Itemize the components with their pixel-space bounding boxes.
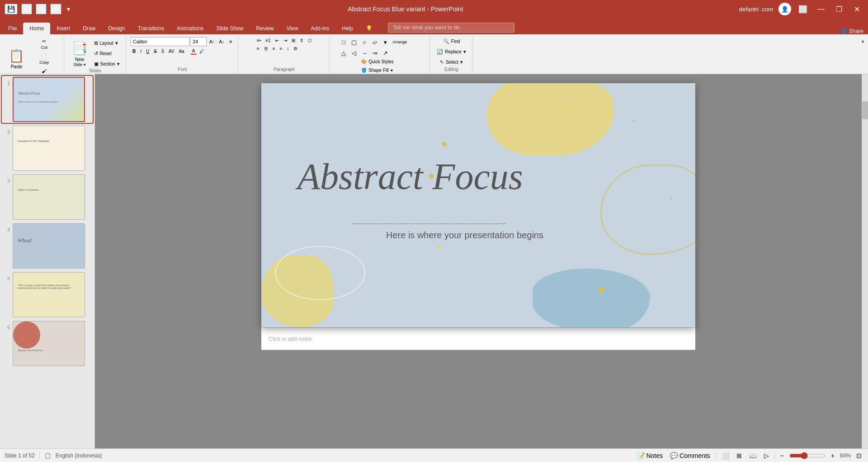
layout-button[interactable]: ⊞ Layout ▾ [92,39,122,47]
columns-button[interactable]: ⊞ [290,37,297,44]
language-label[interactable]: English (Indonesia) [56,453,102,459]
select-button[interactable]: ↖ Select ▾ [438,58,465,66]
reset-button[interactable]: ↺ Reset [92,49,122,58]
slide-item-2[interactable]: 2 Contents of This Template [2,125,93,172]
select-dropdown[interactable]: ▾ [460,59,463,65]
shape-fill-button[interactable]: 🪣 Shape Fill ▾ [359,66,403,74]
shape-arrow-button[interactable]: → [359,48,369,58]
line-spacing-button[interactable]: ↕ [285,45,291,52]
shape-rounded-rect-button[interactable]: ▢ [349,37,359,47]
zoom-in-button[interactable]: + [829,451,836,460]
find-button[interactable]: 🔍 Find [441,37,462,46]
shape-triangle-button[interactable]: △ [339,48,349,58]
slide-item-5[interactable]: 5 "This is a quote, words full of wisdom… [2,271,93,318]
reading-view-button[interactable]: 📖 [747,451,759,460]
slide-item-3[interactable]: 3 Table of Contents [2,174,93,221]
tab-home[interactable]: Home [23,23,50,34]
font-color-button[interactable]: A [190,47,197,55]
text-direction-button[interactable]: ⇕ [298,37,305,44]
slide-thumbnail-2[interactable]: Contents of This Template [13,126,85,171]
slide-thumbnail-1[interactable]: Abstract Focus Here is where your presen… [13,77,85,122]
maximize-button[interactable]: ❐ [833,3,845,15]
accessibility-icon[interactable]: 📋 [44,453,51,459]
font-name-input[interactable] [131,37,189,46]
redo-button[interactable]: ↪ [36,4,47,14]
cut-button[interactable]: ✂ Cut [28,37,60,51]
bold-button[interactable]: B [131,48,137,55]
normal-view-button[interactable]: ⬜ [720,451,731,460]
restore-down-button[interactable]: ⬜ [797,3,809,15]
scrollbar-thumb[interactable] [862,101,868,119]
tab-help[interactable]: Help [335,23,359,34]
shape-arrow2-button[interactable]: ⇒ [370,48,380,58]
increase-font-button[interactable]: A↑ [208,38,217,45]
font-size-input[interactable] [190,37,207,46]
shape-circle-button[interactable]: ○ [359,37,369,47]
bullets-button[interactable]: ≡• [255,37,263,44]
tab-animations[interactable]: Animations [170,23,210,34]
tab-addins[interactable]: Add-ins [305,23,336,34]
shape-rect-button[interactable]: □ [339,37,349,47]
slide-main-title[interactable]: Abstract Focus [297,156,523,198]
slide-thumbnail-3[interactable]: Table of Contents [13,174,85,220]
numbered-button[interactable]: ≡1 [264,37,272,44]
share-area[interactable]: 👤 Share [840,28,868,34]
comments-toggle-button[interactable]: 💬 Comments [668,451,712,460]
change-case-button[interactable]: Aa [177,48,186,55]
slide-sorter-button[interactable]: ⊞ [735,451,744,460]
tab-view[interactable]: View [280,23,305,34]
align-left-button[interactable]: ≡ [255,45,261,52]
char-spacing-button[interactable]: AV [167,48,176,55]
user-avatar[interactable]: 👤 [778,3,791,15]
fit-slide-button[interactable]: ⊡ [854,451,863,460]
replace-dropdown[interactable]: ▾ [463,49,466,55]
close-button[interactable]: ✕ [851,3,863,15]
paste-button[interactable]: 📋 Paste [5,46,28,71]
shape-fill-dropdown[interactable]: ▾ [391,68,393,73]
increase-indent-button[interactable]: ⇥ [282,37,289,44]
italic-button[interactable]: I [138,48,143,55]
zoom-out-button[interactable]: − [778,451,786,460]
slide-item-1[interactable]: 1 Abstract Focus Here is where your pres… [2,76,93,123]
shape-more-button[interactable]: ▾ [380,37,390,47]
zoom-slider[interactable] [789,452,826,459]
slide-item-6[interactable]: 6 Maybe You Need to [2,320,93,367]
shape-parallelogram-button[interactable]: ▱ [370,37,380,47]
paragraph-settings-button[interactable]: ⚙ [292,45,299,52]
new-slide-button[interactable]: 📑 New [69,39,91,64]
shape-rtri-button[interactable]: ◁ [349,48,359,58]
arrange-button[interactable]: Arrange [391,37,409,47]
strikethrough-button[interactable]: S [152,48,159,55]
text-shadow-button[interactable]: S̈ [160,48,166,55]
notes-toggle-button[interactable]: 📝 Notes [635,451,665,460]
justify-button[interactable]: ≡ [278,45,284,52]
tab-transitions[interactable]: Transitions [132,23,170,34]
tab-lightbulb[interactable]: 💡 [359,23,379,34]
tab-draw[interactable]: Draw [76,23,102,34]
tab-insert[interactable]: Insert [50,23,76,34]
slide-thumbnail-6[interactable]: Maybe You Need to [13,321,85,366]
decrease-font-button[interactable]: A↓ [217,38,226,45]
convert-to-smartart-button[interactable]: ⬡ [306,37,314,44]
save-button[interactable]: 💾 [5,4,18,14]
dropdown-arrow[interactable]: ▾ [65,5,72,14]
slide-thumbnail-4[interactable]: Whoa! [13,223,85,269]
shape-arrow3-button[interactable]: ↗ [380,48,390,58]
notes-area[interactable]: Click to add notes [261,327,695,350]
section-button[interactable]: ▣ Section ▾ [92,60,122,68]
slide-canvas[interactable]: Abstract Focus Here is where your presen… [261,83,695,327]
search-input[interactable] [388,23,514,33]
decrease-indent-button[interactable]: ⇤ [274,37,281,44]
collapse-ribbon-button[interactable]: ∧ [859,38,866,45]
tab-file[interactable]: File [2,23,23,34]
slide-item-4[interactable]: 4 Whoa! [2,222,93,269]
highlight-button[interactable]: 🖊 [198,48,206,55]
customize-qat-button[interactable]: ⚙ [50,4,61,14]
slideshow-button[interactable]: ▷ [762,451,771,460]
quick-styles-button[interactable]: 🎨 Quick Styles [359,58,403,66]
tab-slideshow[interactable]: Slide Show [210,23,250,34]
vertical-scrollbar[interactable] [862,74,868,448]
canvas-area[interactable]: Abstract Focus Here is where your presen… [95,74,862,448]
replace-button[interactable]: 🔄 Replace ▾ [434,47,468,56]
undo-button[interactable]: ↩ [21,4,32,14]
